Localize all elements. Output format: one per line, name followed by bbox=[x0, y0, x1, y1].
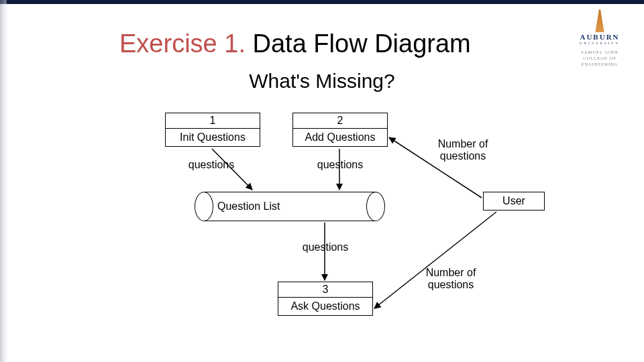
slide-subtitle: What's Missing? bbox=[0, 70, 644, 93]
left-stripe bbox=[0, 0, 7, 362]
logo-college: SAMUEL GINN COLLEGE OF ENGINEERING bbox=[566, 49, 633, 67]
datastore-endcap-left-icon bbox=[195, 192, 213, 221]
process-1-number: 1 bbox=[166, 113, 260, 129]
logo-sub: UNIVERSITY bbox=[566, 42, 633, 45]
process-ask-questions: 3 Ask Questions bbox=[278, 282, 373, 316]
process-3-name: Ask Questions bbox=[278, 298, 372, 315]
flow-label-p2-store: questions bbox=[303, 159, 377, 171]
datastore-question-list: Question List bbox=[195, 192, 376, 221]
slide-title: Exercise 1. Data Flow Diagram bbox=[119, 29, 471, 58]
slide: AUBURN UNIVERSITY SAMUEL GINN COLLEGE OF… bbox=[0, 0, 644, 362]
datastore-endcap-right-icon bbox=[366, 192, 385, 221]
process-add-questions: 2 Add Questions bbox=[292, 113, 388, 147]
datastore-label: Question List bbox=[204, 192, 376, 221]
logo-name: AUBURN bbox=[566, 34, 633, 41]
process-2-name: Add Questions bbox=[293, 129, 387, 146]
title-main: Data Flow Diagram bbox=[246, 29, 471, 58]
auburn-tower-icon bbox=[592, 9, 607, 32]
process-1-name: Init Questions bbox=[166, 129, 260, 146]
external-user: User bbox=[483, 192, 545, 210]
top-accent-bar bbox=[0, 0, 644, 4]
title-prefix: Exercise 1. bbox=[119, 29, 246, 58]
flow-label-user-p2: Number ofquestions bbox=[423, 138, 503, 163]
flow-label-store-p3: questions bbox=[288, 241, 362, 253]
flow-label-p1-store: questions bbox=[174, 159, 248, 171]
process-2-number: 2 bbox=[293, 113, 387, 129]
auburn-logo: AUBURN UNIVERSITY SAMUEL GINN COLLEGE OF… bbox=[566, 9, 633, 67]
arrow-user-to-p3 bbox=[374, 212, 496, 308]
logo-college-1: SAMUEL GINN bbox=[581, 50, 618, 54]
process-3-number: 3 bbox=[278, 282, 372, 298]
logo-college-2: COLLEGE OF ENGINEERING bbox=[581, 56, 618, 66]
process-init-questions: 1 Init Questions bbox=[165, 113, 260, 147]
flow-label-user-p3: Number ofquestions bbox=[411, 267, 491, 292]
